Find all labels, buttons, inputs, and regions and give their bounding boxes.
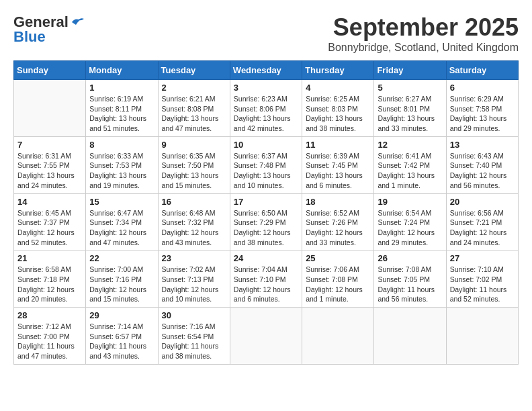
calendar-cell: 23Sunrise: 7:02 AMSunset: 7:13 PMDayligh… xyxy=(158,250,230,308)
day-info: Sunrise: 6:54 AMSunset: 7:24 PMDaylight:… xyxy=(378,208,442,248)
calendar-cell: 10Sunrise: 6:37 AMSunset: 7:48 PMDayligh… xyxy=(230,136,302,193)
page-header: General Blue September 2025 Bonnybridge,… xyxy=(13,13,519,54)
col-header-sunday: Sunday xyxy=(14,61,86,80)
calendar-week-row: 28Sunrise: 7:12 AMSunset: 7:00 PMDayligh… xyxy=(14,308,519,365)
col-header-friday: Friday xyxy=(374,61,446,80)
col-header-tuesday: Tuesday xyxy=(158,61,230,80)
col-header-thursday: Thursday xyxy=(302,61,374,80)
day-info: Sunrise: 6:31 AMSunset: 7:55 PMDaylight:… xyxy=(17,151,82,191)
day-info: Sunrise: 6:56 AMSunset: 7:21 PMDaylight:… xyxy=(450,208,515,248)
day-number: 12 xyxy=(378,140,442,150)
day-number: 24 xyxy=(234,253,298,263)
calendar-cell: 11Sunrise: 6:39 AMSunset: 7:45 PMDayligh… xyxy=(302,136,374,193)
calendar-cell: 14Sunrise: 6:45 AMSunset: 7:37 PMDayligh… xyxy=(14,193,86,250)
day-number: 7 xyxy=(17,140,82,150)
day-info: Sunrise: 6:43 AMSunset: 7:40 PMDaylight:… xyxy=(450,151,515,191)
day-info: Sunrise: 6:25 AMSunset: 8:03 PMDaylight:… xyxy=(306,94,370,134)
day-info: Sunrise: 6:27 AMSunset: 8:01 PMDaylight:… xyxy=(378,94,442,134)
calendar-week-row: 14Sunrise: 6:45 AMSunset: 7:37 PMDayligh… xyxy=(14,193,519,250)
day-info: Sunrise: 7:12 AMSunset: 7:00 PMDaylight:… xyxy=(17,322,82,361)
day-info: Sunrise: 6:58 AMSunset: 7:18 PMDaylight:… xyxy=(17,265,82,304)
calendar-cell: 19Sunrise: 6:54 AMSunset: 7:24 PMDayligh… xyxy=(374,193,446,250)
calendar-cell: 22Sunrise: 7:00 AMSunset: 7:16 PMDayligh… xyxy=(86,250,158,308)
day-number: 15 xyxy=(89,197,154,207)
logo: General Blue xyxy=(13,13,85,46)
calendar-cell: 7Sunrise: 6:31 AMSunset: 7:55 PMDaylight… xyxy=(14,136,86,193)
day-number: 10 xyxy=(234,140,298,150)
col-header-wednesday: Wednesday xyxy=(230,61,302,80)
calendar-cell: 15Sunrise: 6:47 AMSunset: 7:34 PMDayligh… xyxy=(86,193,158,250)
calendar-cell: 24Sunrise: 7:04 AMSunset: 7:10 PMDayligh… xyxy=(230,250,302,308)
day-number: 28 xyxy=(17,310,82,320)
calendar-cell: 28Sunrise: 7:12 AMSunset: 7:00 PMDayligh… xyxy=(14,308,86,365)
day-info: Sunrise: 7:14 AMSunset: 6:57 PMDaylight:… xyxy=(89,322,154,361)
day-info: Sunrise: 7:08 AMSunset: 7:05 PMDaylight:… xyxy=(378,265,442,304)
calendar-cell: 1Sunrise: 6:19 AMSunset: 8:11 PMDaylight… xyxy=(86,80,158,137)
day-info: Sunrise: 6:19 AMSunset: 8:11 PMDaylight:… xyxy=(89,94,154,134)
calendar-cell xyxy=(302,308,374,365)
day-number: 22 xyxy=(89,253,154,263)
calendar-cell: 29Sunrise: 7:14 AMSunset: 6:57 PMDayligh… xyxy=(86,308,158,365)
calendar-cell xyxy=(14,80,86,137)
calendar-cell: 5Sunrise: 6:27 AMSunset: 8:01 PMDaylight… xyxy=(374,80,446,137)
calendar-cell: 9Sunrise: 6:35 AMSunset: 7:50 PMDaylight… xyxy=(158,136,230,193)
day-number: 18 xyxy=(306,197,370,207)
day-info: Sunrise: 7:02 AMSunset: 7:13 PMDaylight:… xyxy=(162,265,226,304)
calendar-cell: 26Sunrise: 7:08 AMSunset: 7:05 PMDayligh… xyxy=(374,250,446,308)
calendar-cell: 13Sunrise: 6:43 AMSunset: 7:40 PMDayligh… xyxy=(446,136,518,193)
calendar-cell: 20Sunrise: 6:56 AMSunset: 7:21 PMDayligh… xyxy=(446,193,518,250)
calendar-cell: 12Sunrise: 6:41 AMSunset: 7:42 PMDayligh… xyxy=(374,136,446,193)
day-number: 29 xyxy=(89,310,154,320)
day-number: 6 xyxy=(450,83,515,93)
calendar-cell: 21Sunrise: 6:58 AMSunset: 7:18 PMDayligh… xyxy=(14,250,86,308)
day-info: Sunrise: 6:33 AMSunset: 7:53 PMDaylight:… xyxy=(89,151,154,191)
day-number: 21 xyxy=(17,253,82,263)
day-number: 26 xyxy=(378,253,442,263)
col-header-monday: Monday xyxy=(86,61,158,80)
calendar-cell: 2Sunrise: 6:21 AMSunset: 8:08 PMDaylight… xyxy=(158,80,230,137)
day-info: Sunrise: 6:50 AMSunset: 7:29 PMDaylight:… xyxy=(234,208,298,248)
day-number: 2 xyxy=(162,83,226,93)
calendar-cell: 4Sunrise: 6:25 AMSunset: 8:03 PMDaylight… xyxy=(302,80,374,137)
calendar-cell: 16Sunrise: 6:48 AMSunset: 7:32 PMDayligh… xyxy=(158,193,230,250)
month-title: September 2025 xyxy=(328,13,519,42)
day-info: Sunrise: 6:35 AMSunset: 7:50 PMDaylight:… xyxy=(162,151,226,191)
col-header-saturday: Saturday xyxy=(446,61,518,80)
calendar-cell: 17Sunrise: 6:50 AMSunset: 7:29 PMDayligh… xyxy=(230,193,302,250)
day-info: Sunrise: 6:47 AMSunset: 7:34 PMDaylight:… xyxy=(89,208,154,248)
day-info: Sunrise: 7:10 AMSunset: 7:02 PMDaylight:… xyxy=(450,265,515,304)
calendar-cell xyxy=(446,308,518,365)
calendar-cell xyxy=(230,308,302,365)
day-info: Sunrise: 6:29 AMSunset: 7:58 PMDaylight:… xyxy=(450,94,515,134)
calendar-week-row: 7Sunrise: 6:31 AMSunset: 7:55 PMDaylight… xyxy=(14,136,519,193)
calendar-cell: 8Sunrise: 6:33 AMSunset: 7:53 PMDaylight… xyxy=(86,136,158,193)
day-number: 19 xyxy=(378,197,442,207)
day-info: Sunrise: 6:41 AMSunset: 7:42 PMDaylight:… xyxy=(378,151,442,191)
day-info: Sunrise: 7:04 AMSunset: 7:10 PMDaylight:… xyxy=(234,265,298,304)
logo-bird-icon xyxy=(71,17,85,28)
day-info: Sunrise: 6:37 AMSunset: 7:48 PMDaylight:… xyxy=(234,151,298,191)
day-info: Sunrise: 6:45 AMSunset: 7:37 PMDaylight:… xyxy=(17,208,82,248)
day-number: 16 xyxy=(162,197,226,207)
day-number: 23 xyxy=(162,253,226,263)
calendar-cell xyxy=(374,308,446,365)
day-info: Sunrise: 6:52 AMSunset: 7:26 PMDaylight:… xyxy=(306,208,370,248)
day-info: Sunrise: 6:21 AMSunset: 8:08 PMDaylight:… xyxy=(162,94,226,134)
day-number: 20 xyxy=(450,197,515,207)
calendar-cell: 6Sunrise: 6:29 AMSunset: 7:58 PMDaylight… xyxy=(446,80,518,137)
day-info: Sunrise: 6:39 AMSunset: 7:45 PMDaylight:… xyxy=(306,151,370,191)
calendar-cell: 25Sunrise: 7:06 AMSunset: 7:08 PMDayligh… xyxy=(302,250,374,308)
title-block: September 2025 Bonnybridge, Scotland, Un… xyxy=(328,13,519,54)
day-number: 17 xyxy=(234,197,298,207)
calendar-cell: 18Sunrise: 6:52 AMSunset: 7:26 PMDayligh… xyxy=(302,193,374,250)
calendar-header-row: SundayMondayTuesdayWednesdayThursdayFrid… xyxy=(14,61,519,80)
day-info: Sunrise: 7:00 AMSunset: 7:16 PMDaylight:… xyxy=(89,265,154,304)
day-number: 8 xyxy=(89,140,154,150)
day-number: 4 xyxy=(306,83,370,93)
logo-blue-text: Blue xyxy=(13,28,46,46)
day-info: Sunrise: 7:16 AMSunset: 6:54 PMDaylight:… xyxy=(162,322,226,361)
day-number: 11 xyxy=(306,140,370,150)
day-number: 1 xyxy=(89,83,154,93)
calendar-cell: 30Sunrise: 7:16 AMSunset: 6:54 PMDayligh… xyxy=(158,308,230,365)
calendar-table: SundayMondayTuesdayWednesdayThursdayFrid… xyxy=(13,60,519,365)
